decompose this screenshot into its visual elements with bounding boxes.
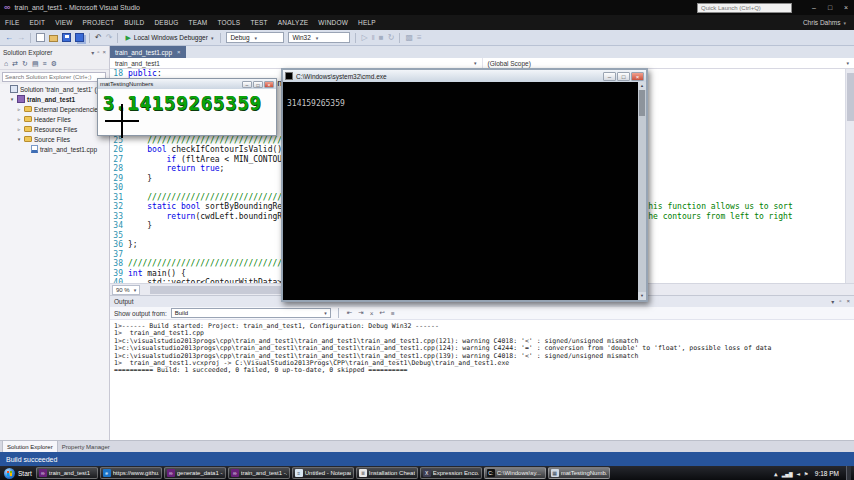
taskbar-item[interactable]: C:C:\Windows\sy... — [484, 467, 546, 479]
run-to-cursor-icon[interactable]: ▷ — [359, 33, 369, 42]
collapsed-arrow-icon[interactable]: ▹ — [16, 126, 22, 132]
scrollbar-thumb[interactable] — [639, 90, 645, 116]
close-icon[interactable]: × — [838, 0, 854, 15]
cmd-window[interactable]: C:\Windows\system32\cmd.exe – □ × 314159… — [281, 68, 648, 302]
menu-item-view[interactable]: VIEW — [50, 15, 77, 30]
clear-all-icon[interactable]: × — [369, 310, 375, 317]
save-icon[interactable] — [62, 33, 71, 42]
network-icon[interactable]: ▂▄▆ — [782, 470, 793, 477]
collapsed-arrow-icon[interactable]: ▹ — [16, 106, 22, 112]
editor-vertical-scrollbar[interactable] — [845, 69, 854, 283]
previous-message-icon[interactable]: ⇤ — [346, 309, 353, 317]
start-button[interactable]: Start — [2, 468, 34, 479]
redo-icon[interactable]: ↷ — [104, 33, 115, 42]
close-icon[interactable]: × — [264, 81, 274, 88]
tree-item[interactable]: train_and_test1.cpp — [0, 144, 109, 154]
close-icon[interactable]: × — [102, 49, 106, 56]
window-menu-icon[interactable]: ▾ — [91, 49, 94, 56]
cmd-console[interactable]: 314159265359 ▲ ▼ — [283, 82, 646, 300]
taskbar-item[interactable]: ≡Untitled - Notepad — [292, 467, 354, 479]
vs-title-bar[interactable]: ∞ train_and_test1 - Microsoft Visual Stu… — [0, 0, 854, 15]
action-center-icon[interactable]: ⚑ — [804, 470, 808, 477]
minimize-icon[interactable]: – — [603, 72, 616, 81]
collapsed-arrow-icon[interactable]: ▹ — [16, 116, 22, 122]
maximize-icon[interactable]: □ — [822, 0, 838, 15]
configuration-select[interactable]: Debug ▾ — [226, 32, 284, 43]
menu-item-analyze[interactable]: ANALYZE — [273, 15, 314, 30]
next-message-icon[interactable]: ⇥ — [357, 309, 364, 317]
expanded-arrow-icon[interactable]: ▾ — [16, 136, 22, 142]
quick-launch-input[interactable] — [697, 3, 792, 13]
find-icon[interactable]: ▩ — [403, 33, 415, 42]
properties-icon[interactable]: ⚙ — [51, 60, 57, 68]
build-output-line[interactable]: ========== Build: 1 succeeded, 0 failed,… — [114, 367, 850, 374]
tree-item[interactable]: ▹Header Files — [0, 114, 109, 124]
dock-tab-solution-explorer[interactable]: Solution Explorer — [2, 441, 58, 452]
word-wrap-icon[interactable]: ↩ — [378, 309, 385, 317]
build-output-line[interactable]: 1>------ Build started: Project: train_a… — [114, 323, 850, 330]
navigate-back-icon[interactable]: ← — [3, 33, 15, 42]
scroll-up-icon[interactable]: ▲ — [638, 82, 646, 90]
taskbar-item[interactable]: ehttps://www.githu... — [100, 467, 162, 479]
clock[interactable]: 9:18 PM — [812, 470, 842, 477]
types-dropdown[interactable]: train_and_test1 ▾ — [110, 58, 482, 68]
menu-item-tools[interactable]: TOOLS — [212, 15, 245, 30]
platform-select[interactable]: Win32 ▾ — [288, 32, 350, 43]
collapse-all-icon[interactable]: ≡ — [43, 60, 47, 67]
dock-tab-property-manager[interactable]: Property Manager — [58, 441, 114, 452]
tab-train-and-test1-cpp[interactable]: train_and_test1.cpp × — [110, 46, 186, 58]
cmd-scrollbar[interactable]: ▲ ▼ — [638, 82, 646, 300]
open-file-icon[interactable] — [49, 35, 58, 42]
messages-icon[interactable]: ≡ — [390, 310, 396, 317]
taskbar-item[interactable]: XExpression Enco... — [420, 467, 482, 479]
show-desktop-button[interactable] — [846, 466, 851, 480]
mat-testing-numbers-window[interactable]: matTestingNumbers – □ × 3.14159265359 — [97, 78, 277, 136]
scrollbar-thumb[interactable] — [847, 73, 854, 121]
taskbar-item[interactable]: ≣Installation Cheat... — [356, 467, 418, 479]
show-all-files-icon[interactable]: ▤ — [32, 60, 39, 68]
tree-item[interactable]: ▾Source Files — [0, 134, 109, 144]
tree-item[interactable]: ▹Resource Files — [0, 124, 109, 134]
undo-icon[interactable]: ↶ — [93, 33, 104, 42]
break-all-icon[interactable]: ‖ — [370, 33, 377, 42]
solution-search-input[interactable] — [2, 72, 106, 82]
taskbar-item[interactable]: ∞generate_data1 -... — [164, 467, 226, 479]
menu-item-file[interactable]: FILE — [0, 15, 25, 30]
tree-item[interactable]: Solution 'train_and_test1' (1 project) — [0, 84, 109, 94]
refresh-icon[interactable]: ↻ — [386, 33, 397, 42]
build-output-text[interactable]: 1>------ Build started: Project: train_a… — [110, 320, 854, 440]
taskbar-item[interactable]: ∞train_and_test1 — [36, 467, 98, 479]
pin-icon[interactable]: ▫ — [97, 49, 99, 56]
pin-icon[interactable]: ▫ — [839, 298, 841, 305]
scroll-down-icon[interactable]: ▼ — [638, 292, 646, 300]
menu-item-build[interactable]: BUILD — [119, 15, 149, 30]
output-source-select[interactable]: Build ▾ — [171, 308, 331, 318]
taskbar-item[interactable]: ∞train_and_test1 -... — [228, 467, 290, 479]
cmd-title-bar[interactable]: C:\Windows\system32\cmd.exe – □ × — [283, 70, 646, 82]
user-menu[interactable]: Chris Dahms ▾ — [803, 19, 854, 26]
start-debugging-button[interactable]: ▶ Local Windows Debugger ▾ — [121, 34, 217, 42]
refresh-icon[interactable]: ↻ — [22, 60, 28, 68]
save-all-icon[interactable] — [75, 33, 84, 42]
menu-item-project[interactable]: PROJECT — [78, 15, 120, 30]
new-file-icon[interactable] — [36, 33, 45, 42]
home-icon[interactable]: ⌂ — [4, 60, 8, 67]
close-icon[interactable]: × — [631, 72, 644, 81]
tree-item[interactable]: ▾train_and_test1 — [0, 94, 109, 104]
tree-item[interactable]: ▹External Dependencies — [0, 104, 109, 114]
navigate-forward-icon[interactable]: → — [15, 33, 27, 42]
window-menu-icon[interactable]: ▾ — [831, 298, 834, 305]
expanded-arrow-icon[interactable]: ▾ — [9, 96, 15, 102]
taskbar-item[interactable]: ▦matTestingNumb... — [548, 467, 610, 479]
switch-views-icon[interactable]: ⇄ — [12, 60, 18, 68]
menu-item-debug[interactable]: DEBUG — [149, 15, 183, 30]
menu-item-test[interactable]: TEST — [245, 15, 272, 30]
stop-icon[interactable]: ■ — [377, 33, 386, 42]
menu-item-team[interactable]: TEAM — [184, 15, 213, 30]
zoom-select[interactable]: 90 % ▾ — [112, 285, 140, 295]
close-icon[interactable]: × — [846, 298, 850, 305]
close-tab-icon[interactable]: × — [177, 49, 181, 55]
menu-item-help[interactable]: HELP — [353, 15, 381, 30]
members-dropdown[interactable]: (Global Scope) ▾ — [482, 58, 854, 68]
options-icon[interactable]: ≡ — [415, 33, 424, 42]
